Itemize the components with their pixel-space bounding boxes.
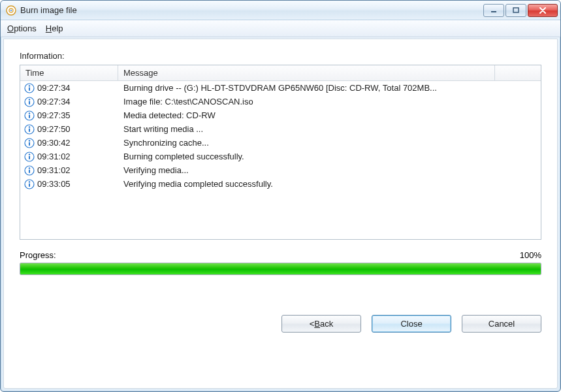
log-message: Verifying media completed successfully.	[118, 179, 541, 189]
log-time: 09:33:05	[37, 179, 71, 189]
log-message: Burning completed successfully.	[118, 152, 541, 161]
log-message: Image file: C:\test\CANOSCAN.iso	[118, 97, 541, 106]
svg-rect-25	[29, 169, 30, 172]
maximize-button[interactable]	[505, 4, 526, 17]
information-label: Information:	[20, 51, 541, 61]
info-icon	[24, 138, 35, 148]
info-icon	[24, 110, 35, 121]
table-row[interactable]: 09:30:42Synchronizing cache...	[20, 136, 541, 150]
table-row[interactable]: 09:31:02Burning completed successfully.	[20, 150, 541, 163]
log-time: 09:31:02	[37, 152, 71, 161]
menu-help-rest: elp	[52, 24, 63, 33]
menubar: Options Help	[1, 20, 560, 37]
log-message: Burning drive -- (G:) HL-DT-STDVDRAM GP6…	[118, 83, 541, 93]
svg-rect-7	[29, 87, 30, 90]
log-message: Verifying media...	[118, 165, 541, 175]
log-time: 09:30:42	[37, 138, 71, 148]
progress-row: Progress: 100%	[20, 250, 541, 260]
svg-rect-4	[513, 8, 519, 12]
svg-rect-10	[29, 101, 30, 104]
minimize-button[interactable]	[483, 4, 504, 17]
column-header-message[interactable]: Message	[118, 65, 495, 80]
log-time: 09:27:34	[37, 83, 71, 93]
window-controls	[483, 4, 558, 17]
content-area: Information: Time Message 09:27:34Burnin…	[3, 39, 558, 389]
svg-point-27	[29, 181, 30, 182]
log-time: 09:27:50	[37, 124, 71, 134]
info-icon	[24, 179, 35, 189]
table-row[interactable]: 09:33:05Verifying media completed succes…	[20, 177, 541, 191]
table-row[interactable]: 09:27:50Start writing media ...	[20, 122, 541, 136]
svg-point-15	[29, 126, 30, 127]
svg-rect-28	[29, 183, 30, 186]
progress-fill	[20, 263, 541, 274]
table-row[interactable]: 09:27:34Burning drive -- (G:) HL-DT-STDV…	[20, 81, 541, 95]
table-row[interactable]: 09:27:35Media detected: CD-RW	[20, 108, 541, 122]
svg-point-24	[29, 167, 30, 169]
table-row[interactable]: 09:31:02Verifying media...	[20, 163, 541, 177]
info-icon	[24, 124, 35, 135]
app-icon	[6, 5, 16, 16]
log-header: Time Message	[20, 65, 541, 81]
titlebar[interactable]: Burn image file	[1, 1, 560, 20]
info-icon	[24, 83, 35, 93]
log-message: Start writing media ...	[118, 124, 541, 134]
table-row[interactable]: 09:27:34Image file: C:\test\CANOSCAN.iso	[20, 95, 541, 108]
log-message: Synchronizing cache...	[118, 138, 541, 148]
menu-help[interactable]: Help	[46, 24, 63, 33]
column-header-spacer	[495, 65, 541, 80]
menu-options-rest: ptions	[14, 24, 37, 33]
svg-point-2	[10, 9, 12, 11]
back-button[interactable]: < Back	[281, 315, 361, 333]
log-time: 09:27:35	[37, 110, 71, 120]
svg-point-12	[29, 112, 30, 114]
svg-point-18	[29, 140, 30, 141]
progress-bar	[20, 263, 541, 275]
log-message: Media detected: CD-RW	[118, 110, 541, 120]
svg-point-9	[29, 99, 30, 100]
window-title: Burn image file	[20, 5, 483, 15]
svg-rect-19	[29, 142, 30, 145]
progress-label: Progress:	[20, 250, 56, 260]
cancel-button[interactable]: Cancel	[462, 315, 541, 333]
svg-rect-22	[29, 155, 30, 159]
window-frame: Burn image file Options Help Information…	[0, 0, 561, 392]
log-time: 09:31:02	[37, 165, 71, 175]
separator	[20, 305, 541, 306]
progress-percent: 100%	[520, 250, 541, 260]
svg-point-6	[29, 85, 30, 86]
menu-options[interactable]: Options	[7, 24, 37, 33]
svg-rect-13	[29, 114, 30, 118]
log-body[interactable]: 09:27:34Burning drive -- (G:) HL-DT-STDV…	[20, 81, 541, 239]
close-button[interactable]: Close	[372, 315, 451, 333]
info-icon	[24, 165, 35, 176]
button-row: < Back Close Cancel	[20, 315, 541, 333]
info-icon	[24, 97, 35, 107]
info-icon	[24, 152, 35, 162]
column-header-time[interactable]: Time	[20, 65, 118, 80]
svg-rect-16	[29, 128, 30, 131]
svg-point-21	[29, 154, 30, 155]
log-time: 09:27:34	[37, 97, 71, 106]
svg-rect-3	[491, 11, 496, 12]
log-table: Time Message 09:27:34Burning drive -- (G…	[20, 65, 541, 240]
close-window-button[interactable]	[528, 4, 558, 17]
